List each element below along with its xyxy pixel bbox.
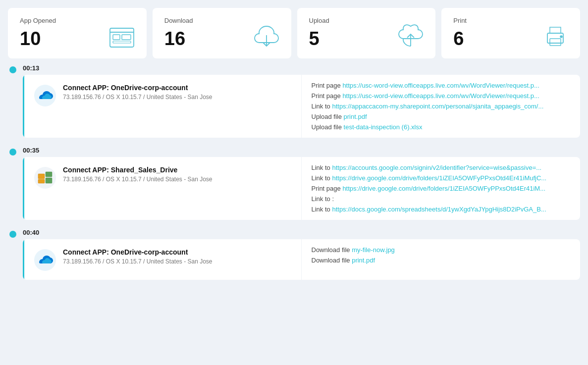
svg-point-9	[560, 36, 562, 38]
event-line: Upload file print.pdf	[312, 113, 571, 120]
timeline-time-3: 00:40	[23, 229, 580, 236]
event-type: Upload file	[312, 113, 344, 120]
event-line: Link to https://drive.google.com/drive/f…	[312, 174, 571, 182]
event-line: Link to :	[312, 195, 571, 203]
event-line: Link to https://accounts.google.com/sign…	[312, 164, 571, 171]
event-link[interactable]: print.pdf	[352, 257, 375, 264]
timeline-group-1: 00:13 Connect APP: OneDrive-corp-account…	[8, 64, 580, 138]
timeline-dot-col-2	[8, 147, 18, 156]
download-icon	[254, 24, 279, 50]
stat-card-print: Print 6	[441, 8, 580, 58]
event-type: Link to	[312, 174, 332, 182]
print-icon	[542, 24, 568, 50]
card-left-1: Connect APP: OneDrive-corp-account 73.18…	[23, 75, 302, 138]
stats-row: App Opened 10 Download 16 Upload 5	[0, 0, 588, 64]
event-link[interactable]: test-data-inspection (6).xlsx	[344, 123, 423, 131]
card-left-info-3: Connect APP: OneDrive-corp-account 73.18…	[63, 248, 213, 265]
app-opened-icon	[109, 27, 135, 50]
svg-rect-14	[46, 172, 52, 177]
card-title-1: Connect APP: OneDrive-corp-account	[63, 84, 213, 92]
card-right-2: Link to https://accounts.google.com/sign…	[302, 157, 581, 220]
event-line: Print page https://drive.google.com/driv…	[312, 185, 571, 192]
timeline-content-1: 00:13 Connect APP: OneDrive-corp-account…	[23, 64, 580, 138]
event-line: Download file print.pdf	[312, 257, 571, 264]
event-link[interactable]: https://accounts.google.com/signin/v2/id…	[332, 164, 541, 171]
timeline-card-1: Connect APP: OneDrive-corp-account 73.18…	[23, 75, 580, 138]
onedrive-icon-3	[34, 249, 56, 271]
card-left-3: Connect APP: OneDrive-corp-account 73.18…	[23, 239, 302, 280]
card-right-3: Download file my-file-now.jpg Download f…	[302, 239, 581, 280]
event-line: Download file my-file-now.jpg	[312, 246, 571, 254]
event-type: Link to	[312, 103, 332, 110]
event-line: Link to https://appaccacom-my.sharepoint…	[312, 103, 571, 110]
event-link[interactable]: my-file-now.jpg	[352, 246, 395, 254]
card-meta-1: 73.189.156.76 / OS X 10.15.7 / United St…	[63, 94, 213, 101]
card-right-1: Print page https://usc-word-view.officea…	[302, 75, 581, 138]
svg-rect-2	[113, 35, 120, 40]
event-line: Print page https://usc-word-view.officea…	[312, 82, 571, 89]
event-link[interactable]: https://appaccacom-my.sharepoint.com/per…	[332, 103, 543, 110]
timeline-group-2: 00:35 Connect APP: Shared_Sales_Drive 73…	[8, 147, 580, 220]
svg-rect-12	[38, 174, 45, 179]
svg-rect-15	[46, 178, 52, 183]
timeline-dot-2	[9, 149, 16, 156]
timeline-card-3: Connect APP: OneDrive-corp-account 73.18…	[23, 239, 580, 280]
event-type: Print page	[312, 185, 343, 192]
timeline-time-2: 00:35	[23, 147, 580, 154]
svg-rect-4	[122, 35, 131, 40]
card-meta-2: 73.189.156.76 / OS X 10.15.7 / United St…	[63, 176, 213, 183]
timeline-group-3: 00:40 Connect APP: OneDrive-corp-account…	[8, 229, 580, 280]
stat-card-app-opened: App Opened 10	[8, 8, 147, 58]
event-type: Link to	[312, 206, 332, 213]
timeline-content-2: 00:35 Connect APP: Shared_Sales_Drive 73…	[23, 147, 580, 220]
timeline-container: 00:13 Connect APP: OneDrive-corp-account…	[0, 64, 588, 297]
shared-sales-drive-icon	[34, 167, 56, 189]
event-type: Print page	[312, 82, 343, 89]
card-left-info-2: Connect APP: Shared_Sales_Drive 73.189.1…	[63, 166, 213, 183]
event-link[interactable]: https://usc-word-view.officeapps.live.co…	[342, 82, 539, 89]
card-left-info-1: Connect APP: OneDrive-corp-account 73.18…	[63, 84, 213, 101]
svg-point-11	[34, 167, 56, 189]
event-link[interactable]: https://drive.google.com/drive/folders/1…	[342, 185, 545, 192]
svg-rect-3	[113, 41, 131, 43]
stat-label-download: Download	[164, 17, 279, 24]
event-link[interactable]: https://drive.google.com/drive/folders/1…	[332, 174, 546, 182]
stat-label-upload: Upload	[309, 17, 424, 24]
event-link[interactable]: print.pdf	[344, 113, 367, 120]
timeline-dot-1	[9, 66, 16, 73]
event-line: Print page https://usc-word-view.officea…	[312, 92, 571, 100]
timeline-dot-col-3	[8, 229, 18, 238]
event-link[interactable]: https://usc-word-view.officeapps.live.co…	[342, 92, 539, 100]
upload-icon	[398, 24, 424, 50]
stat-card-upload: Upload 5	[297, 8, 436, 58]
card-title-2: Connect APP: Shared_Sales_Drive	[63, 166, 213, 174]
event-type: Download file	[312, 246, 352, 254]
onedrive-icon-1	[34, 85, 56, 106]
event-line: Upload file test-data-inspection (6).xls…	[312, 123, 571, 131]
card-left-2: Connect APP: Shared_Sales_Drive 73.189.1…	[23, 157, 302, 220]
event-type: Link to :	[312, 195, 334, 203]
event-link[interactable]: https://docs.google.com/spreadsheets/d/1…	[332, 206, 546, 213]
event-type: Link to	[312, 164, 332, 171]
timeline-dot-3	[9, 231, 16, 238]
card-title-3: Connect APP: OneDrive-corp-account	[63, 248, 213, 256]
event-type: Print page	[312, 92, 343, 100]
svg-rect-8	[550, 39, 561, 46]
timeline-card-2: Connect APP: Shared_Sales_Drive 73.189.1…	[23, 157, 580, 220]
card-meta-3: 73.189.156.76 / OS X 10.15.7 / United St…	[63, 258, 213, 265]
event-type: Upload file	[312, 123, 344, 131]
stat-label-print: Print	[453, 17, 568, 24]
timeline-dot-col-1	[8, 64, 18, 73]
stat-label-app-opened: App Opened	[20, 17, 135, 24]
event-type: Download file	[312, 257, 352, 264]
timeline-content-3: 00:40 Connect APP: OneDrive-corp-account…	[23, 229, 580, 280]
stat-card-download: Download 16	[153, 8, 291, 58]
svg-rect-13	[38, 179, 45, 183]
timeline-time-1: 00:13	[23, 64, 580, 72]
event-line: Link to https://docs.google.com/spreadsh…	[312, 206, 571, 213]
